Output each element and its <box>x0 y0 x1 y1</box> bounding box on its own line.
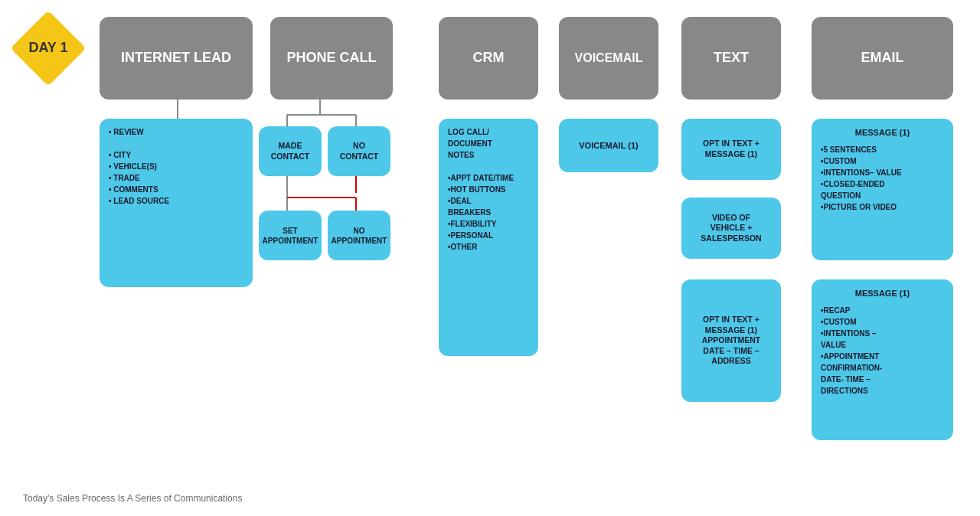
diagram: DAY 1 INTERNET LEAD • REVIEW • CITY • VE… <box>0 0 980 516</box>
voicemail-box1: VOICEMAIL (1) <box>559 119 658 172</box>
email-header: EMAIL <box>812 17 953 100</box>
phone-call-header: PHONE CALL <box>270 17 393 100</box>
text-box3: OPT IN TEXT + MESSAGE (1) APPOINTMENT DA… <box>681 279 781 402</box>
no-contact-box: NO CONTACT <box>328 126 390 176</box>
email-box2: MESSAGE (1) •RECAP •CUSTOM •INTENTIONS –… <box>812 279 953 440</box>
footer-text: Today's Sales Process Is A Series of Com… <box>23 493 242 504</box>
email-box2-title: MESSAGE (1) <box>821 287 944 300</box>
email-box1: MESSAGE (1) •5 SENTENCES •CUSTOM •INTENT… <box>812 119 953 260</box>
crm-body: LOG CALL/ DOCUMENT NOTES •APPT DATE/TIME… <box>439 119 538 356</box>
voicemail-header: VOICEMAIL <box>559 17 658 100</box>
text-box2: VIDEO OF VEHICLE + SALESPERSON <box>681 198 781 259</box>
day-label: DAY 1 <box>14 14 83 83</box>
crm-header: CRM <box>439 17 538 100</box>
day-diamond: DAY 1 <box>14 14 83 83</box>
internet-lead-body: • REVIEW • CITY • VEHICLE(S) • TRADE • C… <box>100 119 253 287</box>
text-box1: OPT IN TEXT + MESSAGE (1) <box>681 119 781 180</box>
internet-lead-header: INTERNET LEAD <box>100 17 253 100</box>
no-appointment-box: NO APPOINTMENT <box>328 211 390 260</box>
email-box1-title: MESSAGE (1) <box>821 126 944 139</box>
text-header: TEXT <box>681 17 781 100</box>
made-contact-box: MADE CONTACT <box>259 126 322 176</box>
set-appointment-box: SET APPOINTMENT <box>259 211 322 260</box>
